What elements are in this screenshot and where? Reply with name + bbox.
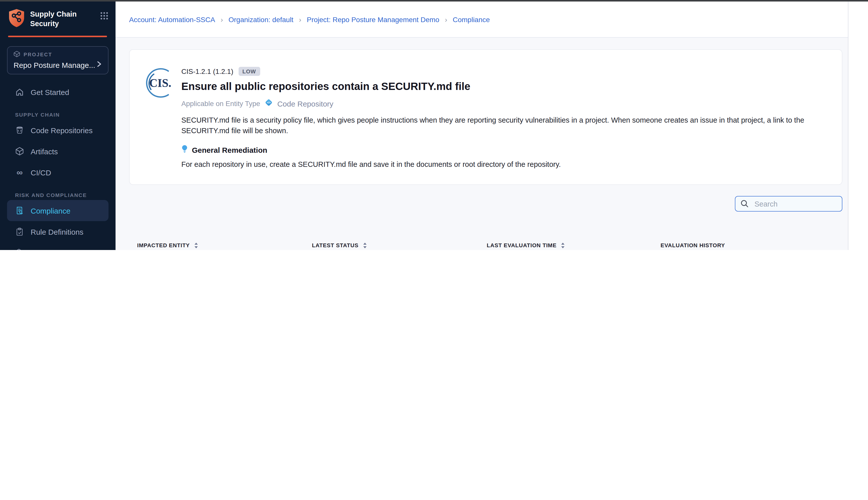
infinity-icon: ∞: [15, 168, 24, 177]
code-repository-icon: [15, 126, 24, 135]
svg-text:</>: </>: [267, 101, 271, 104]
breadcrumb: Account: Automation-SSCA Organization: d…: [116, 1, 848, 38]
brand-accent-rule: [8, 36, 107, 37]
chevron-right-icon: [96, 60, 102, 69]
sidebar-item-rule-definitions[interactable]: Rule Definitions: [7, 221, 108, 242]
sort-icon[interactable]: [560, 242, 565, 249]
breadcrumb-compliance-link[interactable]: Compliance: [453, 15, 490, 23]
app-switcher-grid-icon[interactable]: [100, 12, 108, 22]
search-box: [735, 196, 842, 212]
sidebar-header: Supply Chain Security: [0, 1, 116, 34]
project-selector[interactable]: PROJECT Repo Posture Manage...: [7, 46, 108, 75]
home-icon: [15, 88, 24, 96]
rule-description: SECURITY.md file is a security policy fi…: [181, 115, 827, 136]
column-last-evaluation-time: LAST EVALUATION TIME: [487, 242, 661, 249]
sidebar-item-label: Artifacts: [31, 147, 58, 156]
artifact-cube-icon: [15, 147, 24, 156]
project-label: PROJECT: [24, 52, 52, 57]
bulb-icon: [181, 145, 188, 155]
table-header: IMPACTED ENTITY LATEST STATUS LAST EVALU…: [129, 239, 842, 250]
sidebar-nav: Get Started SUPPLY CHAIN Code Repositori…: [0, 81, 116, 250]
project-name: Repo Posture Manage...: [14, 60, 95, 69]
sidebar-item-label: Remediation Tracker: [31, 249, 100, 250]
remediation-title: General Remediation: [192, 146, 267, 154]
main-area: Account: Automation-SSCA Organization: d…: [116, 1, 868, 250]
project-cube-icon: [14, 51, 20, 58]
sidebar-item-label: Rule Definitions: [31, 227, 83, 236]
breadcrumb-project-link[interactable]: Project: Repo Posture Management Demo: [307, 15, 440, 23]
top-edge-bar: [0, 0, 868, 1]
sidebar-item-compliance[interactable]: Compliance: [7, 200, 108, 221]
right-panel-strip: [848, 1, 868, 250]
breadcrumb-separator-icon: [220, 15, 223, 23]
content-area: CIS. CIS-1.2.1 (1.2.1) LOW Ensure all pu…: [116, 38, 848, 250]
severity-badge: LOW: [238, 67, 260, 76]
code-repository-diamond-icon: </>: [264, 98, 273, 109]
entity-type-value: Code Repository: [277, 99, 333, 108]
rule-summary-card: CIS. CIS-1.2.1 (1.2.1) LOW Ensure all pu…: [129, 49, 842, 185]
search-input[interactable]: [754, 200, 848, 208]
column-latest-status: LATEST STATUS: [312, 242, 487, 249]
column-impacted-entity: IMPACTED ENTITY: [137, 242, 312, 249]
remediation-box-icon: [15, 248, 24, 250]
sort-icon[interactable]: [362, 242, 367, 249]
rule-title: Ensure all public repositories contain a…: [181, 80, 827, 92]
section-risk-and-compliance: RISK AND COMPLIANCE: [0, 192, 116, 198]
sidebar-item-cicd[interactable]: ∞ CI/CD: [7, 162, 108, 183]
sidebar-item-get-started[interactable]: Get Started: [7, 81, 108, 103]
column-label: IMPACTED ENTITY: [137, 242, 190, 248]
sidebar-item-remediation-tracker[interactable]: Remediation Tracker: [7, 242, 108, 250]
breadcrumb-organization-link[interactable]: Organization: default: [229, 15, 293, 23]
column-evaluation-history: EVALUATION HISTORY: [661, 242, 834, 248]
cis-logo: CIS.: [144, 67, 176, 99]
search-icon: [740, 200, 749, 208]
breadcrumb-separator-icon: [299, 15, 301, 23]
column-label: EVALUATION HISTORY: [661, 242, 725, 248]
svg-text:CIS.: CIS.: [149, 77, 171, 89]
breadcrumb-separator-icon: [445, 15, 447, 23]
app-title: Supply Chain Security: [30, 9, 95, 29]
sidebar: Supply Chain Security PROJECT: [0, 1, 116, 250]
app-viewport: Supply Chain Security PROJECT: [0, 0, 868, 250]
sidebar-item-code-repositories[interactable]: Code Repositories: [7, 120, 108, 141]
compliance-document-icon: [15, 206, 24, 215]
supply-chain-shield-logo-icon: [8, 9, 25, 30]
sidebar-item-label: Compliance: [31, 206, 70, 215]
clipboard-check-icon: [15, 227, 24, 236]
sidebar-item-label: Code Repositories: [31, 126, 93, 134]
rule-id: CIS-1.2.1 (1.2.1): [181, 67, 233, 75]
breadcrumb-account-link[interactable]: Account: Automation-SSCA: [129, 15, 215, 23]
sidebar-item-label: CI/CD: [31, 168, 51, 177]
column-label: LAST EVALUATION TIME: [487, 242, 557, 248]
column-label: LATEST STATUS: [312, 242, 358, 248]
sidebar-item-artifacts[interactable]: Artifacts: [7, 141, 108, 162]
sort-icon[interactable]: [194, 242, 198, 249]
sidebar-item-label: Get Started: [31, 88, 69, 96]
section-supply-chain: SUPPLY CHAIN: [0, 112, 116, 117]
applicable-label: Applicable on Entity Type: [181, 100, 260, 107]
remediation-text: For each repository in use, create a SEC…: [181, 160, 827, 168]
